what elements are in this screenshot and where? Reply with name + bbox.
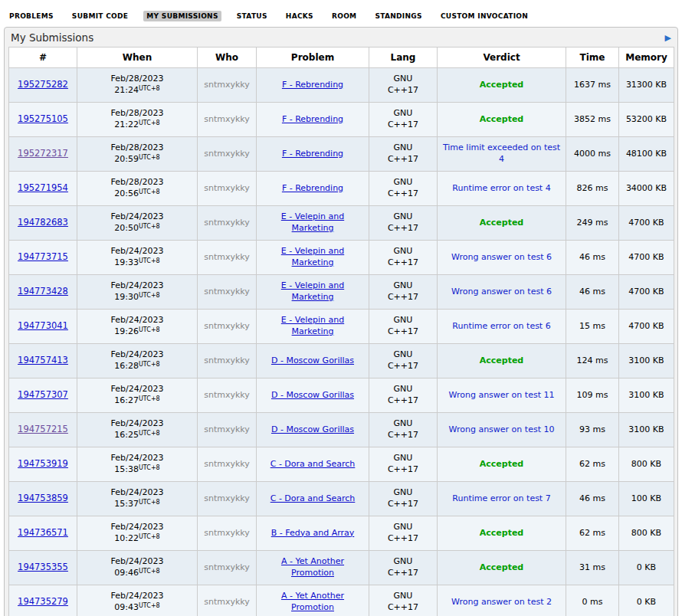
problem-link[interactable]: D - Moscow Gorillas [271,424,354,434]
submission-id-link[interactable]: 195271954 [18,182,68,193]
submission-exec-time-cell: 46 ms [566,482,619,516]
problem-link[interactable]: E - Velepin and Marketing [281,315,344,336]
submission-time: 09:43UTC+8 [80,602,195,614]
submission-id-cell: 194735355 [9,551,77,585]
verdict-text[interactable]: Accepted [480,528,523,538]
user-link[interactable]: sntmxykky [204,424,250,434]
submission-verdict-cell: Accepted [438,516,566,551]
verdict-text[interactable]: Accepted [480,459,523,469]
user-link[interactable]: sntmxykky [204,218,250,228]
user-link[interactable]: sntmxykky [204,149,250,159]
problem-link[interactable]: E - Velepin and Marketing [281,280,344,302]
submission-id-link[interactable]: 194757413 [18,355,68,365]
submission-id-link[interactable]: 194735355 [18,562,68,572]
problem-link[interactable]: F - Rebrending [282,183,343,193]
submission-exec-time-cell: 0 ms [566,585,619,616]
submission-id-link[interactable]: 194736571 [18,527,68,538]
submission-id-link[interactable]: 194757307 [18,389,68,400]
nav-standings[interactable]: STANDINGS [372,11,425,21]
problem-link[interactable]: F - Rebrending [282,149,343,159]
submission-id-link[interactable]: 194773715 [18,251,68,262]
nav-room[interactable]: ROOM [329,11,359,21]
problem-link[interactable]: A - Yet Another Promotion [281,591,344,612]
submission-verdict-cell: Wrong answer on test 2 [438,585,566,616]
user-link[interactable]: sntmxykky [204,528,250,538]
nav-status[interactable]: STATUS [234,11,271,21]
submission-id-link[interactable]: 194773428 [18,286,68,297]
problem-link[interactable]: B - Fedya and Array [271,528,355,538]
problem-link[interactable]: A - Yet Another Promotion [281,556,344,578]
submission-id-link[interactable]: 195275282 [18,79,68,90]
col-header-verdict: Verdict [438,48,566,68]
verdict-text[interactable]: Wrong answer on test 6 [451,252,552,262]
nav-custom-invocation[interactable]: CUSTOM INVOCATION [438,11,531,21]
submission-who-cell: sntmxykky [198,447,257,482]
verdict-text[interactable]: Time limit exceeded on test 4 [443,143,560,164]
user-link[interactable]: sntmxykky [204,356,250,365]
problem-link[interactable]: E - Velepin and Marketing [281,246,344,267]
nav-problems[interactable]: PROBLEMS [6,11,57,21]
submission-id-link[interactable]: 194757215 [18,424,68,434]
timezone-label: UTC+8 [139,568,160,575]
submission-problem-cell: F - Rebrending [257,172,369,206]
verdict-text[interactable]: Accepted [480,562,523,572]
problem-link[interactable]: C - Dora and Search [271,459,356,469]
submission-id-cell: 194773428 [9,275,77,310]
problem-link[interactable]: D - Moscow Gorillas [271,356,354,365]
submission-date: Feb/24/2023 [80,522,195,533]
submission-who-cell: sntmxykky [198,413,257,447]
problem-link[interactable]: D - Moscow Gorillas [271,390,354,400]
submission-id-cell: 194773041 [9,310,77,344]
nav-my-submissions[interactable]: MY SUBMISSIONS [143,11,221,21]
problem-link[interactable]: C - Dora and Search [271,493,356,503]
col-header-time: Time [566,48,619,68]
submission-memory-cell: 34000 KB [619,172,674,206]
submission-verdict-cell: Accepted [438,206,566,241]
nav-submit-code[interactable]: SUBMIT CODE [69,11,131,21]
user-link[interactable]: sntmxykky [204,459,250,469]
submission-id-link[interactable]: 194753919 [18,458,68,469]
submission-id-link[interactable]: 194753859 [18,493,68,503]
user-link[interactable]: sntmxykky [204,114,250,124]
verdict-text[interactable]: Accepted [480,218,523,228]
nav-hacks[interactable]: HACKS [283,11,316,21]
submission-verdict-cell: Wrong answer on test 6 [438,275,566,310]
verdict-text[interactable]: Runtime error on test 6 [452,321,550,331]
submission-verdict-cell: Accepted [438,447,566,482]
user-link[interactable]: sntmxykky [204,183,250,193]
verdict-text[interactable]: Accepted [480,114,523,124]
submission-id-link[interactable]: 195272317 [18,148,68,159]
expand-arrow-icon[interactable]: ▶ [665,34,671,42]
problem-link[interactable]: F - Rebrending [282,114,343,124]
submission-verdict-cell: Wrong answer on test 11 [438,378,566,413]
user-link[interactable]: sntmxykky [204,562,250,572]
submission-id-link[interactable]: 195275105 [18,113,68,124]
submission-lang-cell: GNU C++17 [369,68,438,103]
verdict-text[interactable]: Runtime error on test 4 [452,183,550,193]
user-link[interactable]: sntmxykky [204,287,250,297]
user-link[interactable]: sntmxykky [204,390,250,400]
verdict-text[interactable]: Runtime error on test 7 [452,493,550,503]
user-link[interactable]: sntmxykky [204,252,250,262]
user-link[interactable]: sntmxykky [204,493,250,503]
submission-problem-cell: F - Rebrending [257,68,369,103]
submission-problem-cell: B - Fedya and Array [257,516,369,551]
submission-exec-time-cell: 4000 ms [566,137,619,172]
verdict-text[interactable]: Accepted [480,80,523,90]
submission-id-link[interactable]: 194782683 [18,217,68,228]
problem-link[interactable]: E - Velepin and Marketing [281,211,344,233]
submission-row: 194757413 Feb/24/2023 16:28UTC+8 sntmxyk… [9,344,674,378]
verdict-text[interactable]: Wrong answer on test 10 [449,424,555,434]
submission-time: 19:26UTC+8 [80,326,195,338]
submission-id-link[interactable]: 194773041 [18,320,68,331]
verdict-text[interactable]: Wrong answer on test 6 [451,287,552,297]
submission-id-link[interactable]: 194735279 [18,596,68,607]
verdict-text[interactable]: Wrong answer on test 2 [451,597,552,607]
verdict-text[interactable]: Wrong answer on test 11 [449,390,555,400]
user-link[interactable]: sntmxykky [204,321,250,331]
user-link[interactable]: sntmxykky [204,597,250,607]
verdict-text[interactable]: Accepted [480,356,523,365]
user-link[interactable]: sntmxykky [204,80,250,90]
problem-link[interactable]: F - Rebrending [282,80,343,90]
submission-exec-time-cell: 124 ms [566,344,619,378]
